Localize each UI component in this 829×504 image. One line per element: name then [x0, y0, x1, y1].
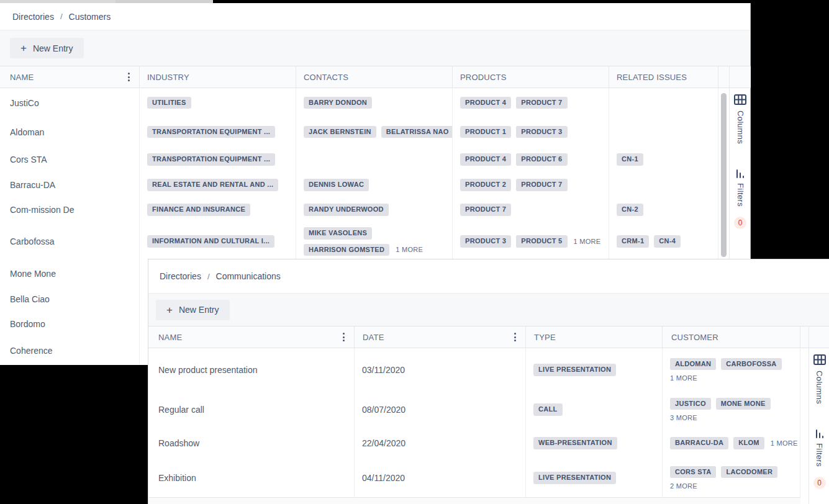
cell-products: PRODUCT 1PRODUCT 3	[453, 117, 609, 146]
scrollbar-header-stub	[718, 66, 729, 88]
vertical-scrollbar-thumb[interactable]	[721, 93, 727, 257]
customer-name: Com-mission De	[10, 205, 74, 215]
column-header-related-issues[interactable]: RELATED ISSUES	[609, 66, 718, 88]
new-entry-button[interactable]: + New Entry	[10, 38, 84, 58]
industry-tag: TRANSPORTATION EQUIPMENT ...	[147, 153, 275, 165]
filters-panel-toggle[interactable]: Filters 0	[734, 170, 746, 229]
cell-name: Regular call	[148, 392, 355, 428]
column-menu-icon[interactable]	[512, 331, 518, 343]
cell-customer: CORS STALACODOMER 2 MORE	[663, 459, 800, 497]
customer-tag: BARRACU-DA	[670, 437, 728, 449]
columns-panel-toggle[interactable]: Columns	[734, 94, 746, 144]
cell-name: Bordomo	[0, 312, 140, 336]
column-header-name[interactable]: NAME	[0, 66, 140, 88]
column-header-contacts[interactable]: CONTACTS	[296, 66, 453, 88]
column-header-label: DATE	[363, 333, 384, 342]
more-count: 2 MORE	[670, 482, 697, 490]
filters-panel-toggle[interactable]: Filters 0	[813, 430, 826, 489]
breadcrumb-current: Customers	[69, 12, 111, 22]
cell-date: 22/04/2020	[355, 428, 526, 459]
breadcrumb-link-directories[interactable]: Directories	[12, 12, 54, 22]
table-footer	[148, 497, 800, 504]
filters-label: Filters	[815, 443, 824, 467]
cell-name: Barracu-DA	[0, 173, 140, 197]
cell-name: Exhibition	[148, 459, 355, 497]
column-header-name[interactable]: NAME	[148, 326, 355, 348]
table-row[interactable]: Com-mission De FINANCE AND INSURANCE RAN…	[0, 197, 718, 222]
cell-products: PRODUCT 2PRODUCT 7	[453, 173, 609, 197]
column-header-label: INDUSTRY	[147, 73, 189, 82]
breadcrumb-link-directories[interactable]: Directories	[160, 271, 201, 281]
cell-related-issues: CN-1	[609, 146, 718, 173]
column-header-customer[interactable]: CUSTOMER	[663, 326, 800, 348]
cell-contacts: DENNIS LOWAC	[296, 173, 453, 197]
issue-tag: CRM-1	[617, 235, 649, 247]
cell-date: 08/07/2020	[355, 392, 526, 428]
table-row[interactable]: Cors STA TRANSPORTATION EQUIPMENT ... PR…	[0, 146, 718, 173]
table-body: New product presentation 03/11/2020 LIVE…	[148, 348, 800, 497]
product-tag: PRODUCT 7	[460, 204, 511, 215]
plus-icon: +	[166, 305, 173, 315]
scrollbar-track[interactable]	[800, 326, 809, 504]
column-menu-icon[interactable]	[126, 71, 132, 83]
table-row[interactable]: Regular call 08/07/2020 CALL JUSTICOMONE…	[148, 392, 800, 428]
cell-name: Cors STA	[0, 146, 140, 173]
cell-type: LIVE PRESENTATION	[526, 348, 663, 392]
columns-grid-icon	[734, 94, 746, 105]
product-tag: PRODUCT 4	[460, 97, 511, 109]
cell-name: Carbofossa	[0, 222, 140, 261]
columns-panel-toggle[interactable]: Columns	[813, 354, 826, 404]
cell-name: Aldoman	[0, 117, 140, 146]
rail-header-stub	[809, 326, 829, 348]
product-tag: PRODUCT 1	[460, 126, 511, 138]
communication-date: 22/04/2020	[362, 438, 405, 448]
customer-name: Bella Ciao	[10, 294, 50, 304]
customer-name: Coherence	[10, 346, 53, 356]
industry-tag: UTILITIES	[147, 97, 191, 109]
industry-tag: INFORMATION AND CULTURAL I...	[147, 235, 274, 247]
cell-customer: JUSTICOMONE MONE 3 MORE	[663, 392, 800, 428]
cell-name: Roadshow	[148, 428, 355, 459]
column-header-label: NAME	[10, 73, 34, 82]
column-header-label: NAME	[158, 333, 182, 342]
customer-name: Aldoman	[10, 127, 44, 137]
filters-count-badge: 0	[734, 217, 746, 229]
cell-contacts: RANDY UNDERWOOD	[296, 197, 453, 222]
table-row[interactable]: JustiCo UTILITIES BARRY DONDON PRODUCT 4…	[0, 88, 718, 117]
table-row[interactable]: Aldoman TRANSPORTATION EQUIPMENT ... JAC…	[0, 117, 718, 146]
table-row[interactable]: Roadshow 22/04/2020 WEB-PRESENTATION BAR…	[148, 428, 800, 459]
column-header-industry[interactable]: INDUSTRY	[140, 66, 296, 88]
column-header-date[interactable]: DATE	[355, 326, 526, 348]
cell-name: New product presentation	[148, 348, 355, 392]
cell-name: Bella Ciao	[0, 287, 140, 312]
column-header-type[interactable]: TYPE	[526, 326, 663, 348]
cell-related-issues: CRM-1CN-4	[609, 222, 718, 261]
table-row[interactable]: New product presentation 03/11/2020 LIVE…	[148, 348, 800, 392]
industry-tag: FINANCE AND INSURANCE	[147, 204, 250, 215]
cell-products: PRODUCT 4PRODUCT 7	[453, 88, 609, 117]
table-row[interactable]: Carbofossa INFORMATION AND CULTURAL I...…	[0, 222, 718, 261]
new-entry-label: New Entry	[33, 43, 73, 53]
table-row[interactable]: Exhibition 04/11/2020 LIVE PRESENTATION …	[148, 459, 800, 497]
column-header-products[interactable]: PRODUCTS	[453, 66, 609, 88]
cell-customer: BARRACU-DAKLOM1 MORE	[663, 428, 800, 459]
table-header-row: NAME INDUSTRY CONTACTS PRODUCTS RELATED …	[0, 66, 718, 88]
column-menu-icon[interactable]	[341, 331, 347, 343]
industry-tag: REAL ESTATE AND RENTAL AND ...	[147, 179, 278, 191]
cell-name: JustiCo	[0, 88, 140, 117]
table-row[interactable]: Barracu-DA REAL ESTATE AND RENTAL AND ..…	[0, 173, 718, 197]
toolbar: + New Entry	[148, 294, 829, 326]
breadcrumb: Directories / Communications	[148, 259, 829, 294]
communication-name: Roadshow	[158, 438, 199, 448]
type-tag: LIVE PRESENTATION	[533, 364, 616, 376]
cell-contacts: JACK BERNSTEINBELATRISSA NAO	[296, 117, 453, 146]
product-tag: PRODUCT 7	[516, 179, 567, 191]
scrollbar-header-stub	[800, 326, 809, 348]
new-entry-button[interactable]: + New Entry	[156, 300, 230, 320]
communication-name: New product presentation	[158, 365, 258, 375]
cell-date: 03/11/2020	[355, 348, 526, 392]
product-tag: PRODUCT 3	[460, 235, 511, 247]
customer-name: Carbofossa	[10, 236, 55, 246]
communications-panel: Directories / Communications + New Entry…	[148, 259, 829, 504]
customer-name: Barracu-DA	[10, 180, 55, 190]
